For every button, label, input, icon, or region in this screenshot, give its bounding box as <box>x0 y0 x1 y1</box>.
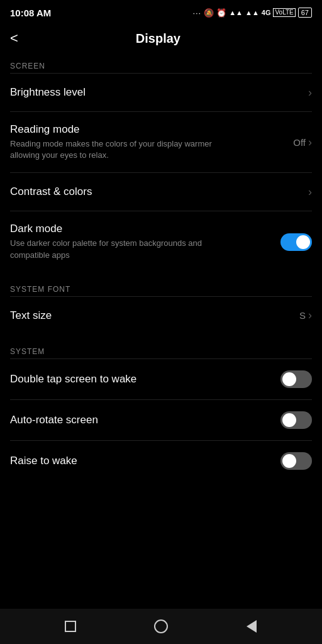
toggle-knob-raise-to-wake <box>282 454 296 468</box>
list-item-left-brightness: Brightness level <box>10 86 308 99</box>
list-item-auto-rotate[interactable]: Auto-rotate screen <box>0 400 322 440</box>
header: < Display <box>0 23 322 54</box>
back-nav-button[interactable] <box>239 614 264 639</box>
section-label-system-font: SYSTEM FONT <box>0 277 322 296</box>
list-item-subtitle-reading-mode: Reading mode makes the colors of your di… <box>10 138 224 161</box>
section-spacer-screen <box>0 272 322 277</box>
page-title: Display <box>28 31 288 46</box>
list-item-right-reading-mode: Off› <box>293 136 312 149</box>
list-item-right-double-tap <box>280 370 312 388</box>
list-item-value-reading-mode: Off <box>293 137 306 148</box>
list-item-left-text-size: Text size <box>10 309 299 322</box>
chevron-icon-reading-mode: › <box>308 136 312 149</box>
bottom-nav <box>0 609 322 644</box>
alarm-icon: ⏰ <box>216 8 226 18</box>
list-item-value-text-size: S <box>299 310 306 321</box>
list-item-title-auto-rotate: Auto-rotate screen <box>10 414 280 426</box>
list-item-right-brightness: › <box>308 86 312 99</box>
list-item-title-reading-mode: Reading mode <box>10 123 293 136</box>
list-item-brightness[interactable]: Brightness level› <box>0 74 322 111</box>
section-spacer-system-font <box>0 335 322 340</box>
list-item-title-text-size: Text size <box>10 309 299 322</box>
toggle-dark-mode[interactable] <box>280 233 312 251</box>
list-item-right-dark-mode <box>280 233 312 251</box>
home-button[interactable] <box>148 614 174 639</box>
list-item-raise-to-wake[interactable]: Raise to wake <box>0 441 322 481</box>
back-button[interactable]: < <box>10 30 18 47</box>
signal-dots-icon: ··· <box>192 8 201 18</box>
list-item-contrast-colors[interactable]: Contrast & colors› <box>0 173 322 211</box>
list-item-subtitle-dark-mode: Use darker color palette for system back… <box>10 238 224 260</box>
toggle-double-tap[interactable] <box>280 370 312 388</box>
section-spacer-system <box>0 481 322 486</box>
signal-bar2-icon: ▲▲ <box>245 9 259 16</box>
list-item-left-reading-mode: Reading modeReading mode makes the color… <box>10 123 293 161</box>
list-item-title-contrast-colors: Contrast & colors <box>10 186 308 198</box>
list-item-title-raise-to-wake: Raise to wake <box>10 455 280 467</box>
list-item-title-brightness: Brightness level <box>10 86 308 99</box>
list-item-left-raise-to-wake: Raise to wake <box>10 455 280 467</box>
list-item-title-double-tap: Double tap screen to wake <box>10 373 280 386</box>
status-time: 10:08 AM <box>10 8 51 18</box>
list-item-left-dark-mode: Dark modeUse darker color palette for sy… <box>10 223 280 260</box>
status-icons: ··· 🔕 ⏰ ▲▲ ▲▲ 4G VoLTE 67 <box>192 8 312 18</box>
list-item-right-raise-to-wake <box>280 452 312 470</box>
chevron-icon-contrast-colors: › <box>308 186 312 199</box>
toggle-auto-rotate[interactable] <box>280 411 312 429</box>
toggle-knob-double-tap <box>282 372 296 386</box>
section-label-system: SYSTEM <box>0 340 322 358</box>
settings-list: SCREENBrightness level›Reading modeReadi… <box>0 54 322 486</box>
chevron-icon-text-size: › <box>308 309 312 322</box>
list-item-text-size[interactable]: Text sizeS› <box>0 297 322 335</box>
chevron-icon-brightness: › <box>308 86 312 99</box>
section-label-screen: SCREEN <box>0 54 322 73</box>
list-item-dark-mode[interactable]: Dark modeUse darker color palette for sy… <box>0 211 322 272</box>
list-item-reading-mode[interactable]: Reading modeReading mode makes the color… <box>0 112 322 172</box>
back-nav-icon <box>247 620 257 633</box>
network-4g-icon: 4G <box>262 9 271 16</box>
list-item-left-auto-rotate: Auto-rotate screen <box>10 414 280 426</box>
list-item-left-contrast-colors: Contrast & colors <box>10 186 308 198</box>
recents-button[interactable] <box>58 614 83 639</box>
toggle-raise-to-wake[interactable] <box>280 452 312 470</box>
status-bar: 10:08 AM ··· 🔕 ⏰ ▲▲ ▲▲ 4G VoLTE 67 <box>0 0 322 23</box>
list-item-right-contrast-colors: › <box>308 186 312 199</box>
recents-icon <box>65 621 76 632</box>
toggle-knob-dark-mode <box>296 235 310 249</box>
volte-icon: VoLTE <box>273 8 295 17</box>
list-item-left-double-tap: Double tap screen to wake <box>10 373 280 386</box>
list-item-right-auto-rotate <box>280 411 312 429</box>
signal-bar1-icon: ▲▲ <box>229 9 243 16</box>
list-item-right-text-size: S› <box>299 309 312 322</box>
toggle-knob-auto-rotate <box>282 413 296 427</box>
list-item-double-tap[interactable]: Double tap screen to wake <box>0 359 322 399</box>
mute-icon: 🔕 <box>204 8 214 18</box>
home-icon <box>154 619 168 633</box>
list-item-title-dark-mode: Dark mode <box>10 223 280 235</box>
battery-icon: 67 <box>298 8 312 18</box>
